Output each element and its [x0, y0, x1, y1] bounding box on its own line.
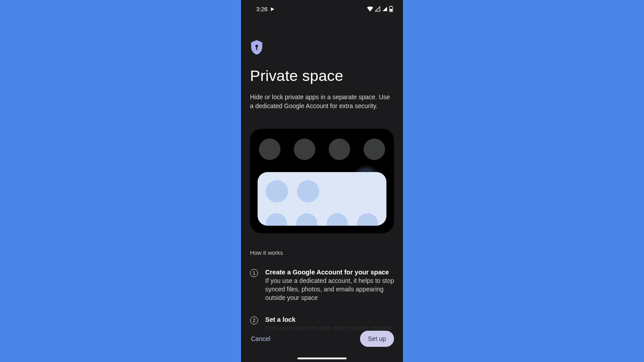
illus-light-appdot: [296, 213, 318, 226]
status-time: 3:26: [256, 6, 267, 13]
illus-light-appdot: [326, 213, 348, 226]
page-title: Private space: [250, 67, 394, 84]
phone-frame: 3:26: [241, 0, 403, 362]
svg-rect-4: [256, 46, 257, 50]
step-1: 1 Create a Google Account for your space…: [250, 269, 394, 303]
signal-empty-icon: [375, 6, 381, 12]
page-subtitle: Hide or lock private apps in a separate …: [250, 93, 394, 111]
step-number-icon: 2: [250, 316, 258, 324]
main-content: Private space Hide or lock private apps …: [241, 18, 403, 341]
illus-private-panel: [258, 172, 386, 226]
illus-dark-appdot: [259, 139, 280, 160]
nav-handle[interactable]: [297, 358, 347, 359]
illus-light-appdot: [266, 213, 287, 226]
step-title: Set a lock: [265, 316, 394, 323]
illus-light-appdot: [266, 180, 288, 202]
illus-dark-appdot: [364, 139, 385, 160]
setup-button[interactable]: Set up: [360, 331, 394, 347]
svg-rect-2: [390, 9, 392, 11]
step-desc: If you use a dedicated account, it helps…: [265, 277, 394, 303]
illus-dark-appdot: [329, 139, 350, 160]
wifi-icon: [367, 6, 373, 12]
step-number-icon: 1: [250, 269, 258, 277]
svg-rect-1: [390, 6, 392, 7]
battery-icon: [389, 6, 393, 12]
illustration-card: [250, 129, 394, 233]
play-indicator-icon: [270, 7, 275, 12]
step-title: Create a Google Account for your space: [265, 269, 394, 276]
private-space-shield-icon: [250, 39, 394, 57]
illus-dark-appdot: [294, 139, 315, 160]
illus-light-appdot: [297, 180, 319, 202]
illus-light-appdot: [357, 213, 378, 226]
how-it-works-label: How it works: [250, 249, 394, 256]
cancel-button[interactable]: Cancel: [250, 331, 271, 347]
status-bar: 3:26: [241, 0, 403, 18]
footer-bar: Cancel Set up: [241, 325, 403, 352]
signal-full-icon: [382, 6, 388, 12]
